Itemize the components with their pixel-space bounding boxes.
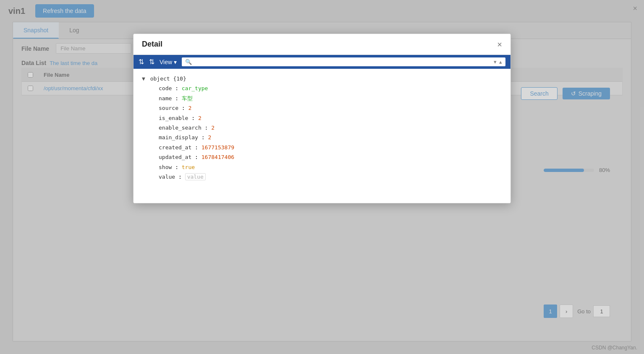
modal-overlay: Detail × ⇅ ⇅ View ▾ 🔍 ▾ ▴ [0,0,644,354]
json-field-created-at: created_at : 1677153879 [142,143,502,152]
json-field-main-display: main_display : 2 [142,133,502,142]
search-magnifier-icon: 🔍 [185,59,192,65]
json-field-enable-search: enable_search : 2 [142,123,502,133]
modal-header: Detail × [134,34,510,55]
json-field-code: code : car_type [142,83,502,93]
modal-title: Detail [142,40,162,49]
json-toolbar: ⇅ ⇅ View ▾ 🔍 ▾ ▴ [134,55,510,69]
json-field-source: source : 2 [142,103,502,113]
view-button[interactable]: View ▾ [160,59,177,65]
json-root-arrow[interactable]: ▼ [142,75,145,82]
json-field-is-enable: is_enable : 2 [142,113,502,123]
json-search-box: 🔍 ▾ ▴ [182,57,505,66]
json-search-collapse-icon[interactable]: ▴ [499,59,502,65]
json-content: ▼ object {10} code : car_type name : 车型 … [134,69,510,203]
detail-modal: Detail × ⇅ ⇅ View ▾ 🔍 ▾ ▴ [133,34,511,203]
json-field-updated-at: updated_at : 1678417406 [142,152,502,162]
json-field-value: value : value [142,172,502,182]
view-arrow-icon: ▾ [174,59,177,65]
collapse-all-icon[interactable]: ⇅ [149,58,154,66]
expand-all-icon[interactable]: ⇅ [139,58,144,66]
json-field-show: show : true [142,162,502,172]
json-search-input[interactable] [194,59,491,65]
view-label: View [160,59,172,65]
json-search-expand-icon[interactable]: ▾ [494,59,497,65]
json-field-name: name : 车型 [142,94,502,103]
modal-close-button[interactable]: × [497,40,502,49]
app-container: vin1 Refresh the data × Snapshot Log Fil… [0,0,644,354]
json-root-label: object {10} [150,75,186,82]
